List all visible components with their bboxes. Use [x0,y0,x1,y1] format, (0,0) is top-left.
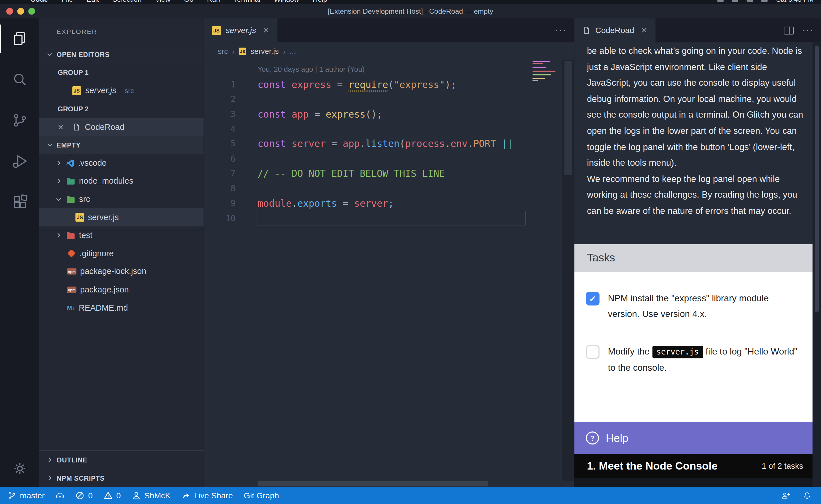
tree-item-gitignore[interactable]: .gitignore [39,245,204,263]
activity-item-source-control[interactable] [0,100,39,141]
chevron-right-icon [46,456,54,464]
menubar-status-icon[interactable] [761,0,768,2]
scrollbar-thumb[interactable] [564,61,572,175]
tree-item-readme-md[interactable]: M↓README.md [39,299,204,317]
activity-item-extensions[interactable] [0,181,39,222]
help-accordion[interactable]: ? Help [574,422,813,454]
menu-item-window[interactable]: Window [274,0,299,3]
menu-item-code[interactable]: Code [30,0,48,3]
tree-item-node-modules[interactable]: node_modules [39,172,204,190]
activity-item-search[interactable] [0,59,39,100]
open-editor-server-js[interactable]: JSserver.jssrc [39,82,204,100]
tasks-header-label: Tasks [587,251,615,264]
code-line-10[interactable]: 10 [204,211,574,226]
status-live-share[interactable]: Live Share [181,491,233,500]
chevron-right-icon [55,177,62,185]
activity-item-run-debug[interactable] [0,141,39,181]
status-bell[interactable] [803,491,812,500]
status-person-add[interactable] [781,491,790,500]
workbench: EXPLORER OPEN EDITORS GROUP 1JSserver.js… [0,18,821,487]
task-checkbox[interactable] [586,345,599,359]
code-line-3[interactable]: 3const app = express(); [204,106,574,121]
menu-item-run[interactable]: Run [207,0,220,3]
breadcrumb-item-src[interactable]: src [218,47,228,55]
menu-item-help[interactable]: Help [313,0,327,3]
menubar-clock[interactable]: Sat 6:45 PM [776,0,814,3]
line-number: 3 [204,109,236,119]
tree-item-src[interactable]: src [39,190,204,208]
code-line-7[interactable]: 7// -- DO NOT EDIT BELOW THIS LINE [204,166,574,181]
status-cloud-upload[interactable] [56,491,64,500]
code-line-5[interactable]: 5const server = app.listen(process.env.P… [204,136,574,151]
codelens-annotation[interactable]: You, 20 days ago | 1 author (You) [258,63,574,77]
code-line-6[interactable]: 6 [204,151,574,166]
code-line-4[interactable]: 4 [204,122,574,136]
js-icon: JS [75,213,84,222]
menu-item-edit[interactable]: Edit [87,0,99,3]
title-bar[interactable]: [Extension Development Host] - CodeRoad … [0,4,821,19]
breadcrumb[interactable]: src›JSserver.js›... [204,42,574,60]
breadcrumb-item-item[interactable]: ... [290,47,296,55]
activity-item-settings[interactable] [0,450,39,487]
status-git-graph[interactable]: Git Graph [244,491,279,500]
menu-item-view[interactable]: View [155,0,170,3]
code-editor[interactable]: You, 20 days ago | 1 author (You) 1const… [204,60,574,487]
code-line-2[interactable]: 2 [204,92,574,106]
menu-item-go[interactable]: Go [184,0,193,3]
editor-horizontal-scrollbar[interactable] [237,481,562,487]
tree-item-vscode[interactable]: .vscode [39,154,204,172]
open-editor-coderoad[interactable]: ✕CodeRoad [39,118,204,136]
scrollbar-thumb[interactable] [258,481,488,486]
code-token: = [315,108,320,120]
task-description: NPM install the "express" library module… [608,290,802,321]
scrollbar-thumb[interactable] [815,46,819,312]
code-line-8[interactable]: 8 [204,181,574,196]
webview-scrollbar[interactable] [813,42,821,487]
code-token: const [258,138,286,149]
close-tab-icon[interactable]: ✕ [641,26,648,35]
code-line-9[interactable]: 9module.exports = server; [204,196,574,211]
editor-vertical-scrollbar[interactable] [562,60,574,481]
task-checkbox[interactable]: ✓ [586,292,599,306]
tree-item-package-lock-json[interactable]: npmpackage-lock.json [39,263,204,281]
more-actions-icon[interactable]: ··· [555,24,566,36]
outline-section-header[interactable]: OUTLINE [39,450,204,468]
status-shmck[interactable]: ShMcK [132,491,170,500]
panel-footer-strip [574,478,813,487]
code-line-1[interactable]: 1const express = require("express"); [204,77,574,92]
status-label: Git Graph [244,491,279,500]
status-0[interactable]: 0 [75,491,93,500]
close-tab-icon[interactable]: ✕ [263,26,270,35]
split-editor-icon[interactable] [784,26,794,34]
menubar-status-area: Sat 6:45 PM [718,0,814,3]
menubar-status-icon[interactable] [718,0,724,2]
menu-item-file[interactable]: File [62,0,73,3]
npm-scripts-section-header[interactable]: NPM SCRIPTS [39,469,204,487]
minimize-window-button[interactable] [17,8,24,15]
status-0[interactable]: 0 [104,491,121,500]
tree-item-test[interactable]: test [39,226,204,245]
open-editors-header[interactable]: OPEN EDITORS [39,46,204,64]
window-title: [Extension Development Host] - CodeRoad … [328,7,493,15]
minimap-line [532,80,538,81]
status-master[interactable]: master [7,491,45,500]
menu-item-terminal[interactable]: Terminal [234,0,260,3]
zoom-window-button[interactable] [28,8,35,15]
close-window-button[interactable] [6,8,13,15]
breadcrumb-item-server-js[interactable]: server.js [251,47,279,55]
tab-coderoad[interactable]: CodeRoad ✕ [574,18,656,42]
minimap[interactable] [530,61,561,480]
menubar-status-icon[interactable] [732,0,739,2]
menubar-status-icon[interactable] [747,0,753,2]
more-actions-icon[interactable]: ··· [802,24,814,36]
tree-item-package-json[interactable]: npmpackage.json [39,281,204,299]
tree-item-server-js[interactable]: JSserver.js [39,208,204,227]
menu-item-selection[interactable]: Selection [112,0,141,3]
minimap-line [532,67,546,68]
code-token: express [326,108,365,120]
workspace-section-header[interactable]: EMPTY [39,136,204,154]
tab-server-js[interactable]: JS server.js ✕ [204,18,278,42]
close-editor-icon[interactable]: ✕ [58,123,68,131]
checkmark-icon: ✓ [589,294,596,304]
activity-item-explorer[interactable] [0,18,39,59]
